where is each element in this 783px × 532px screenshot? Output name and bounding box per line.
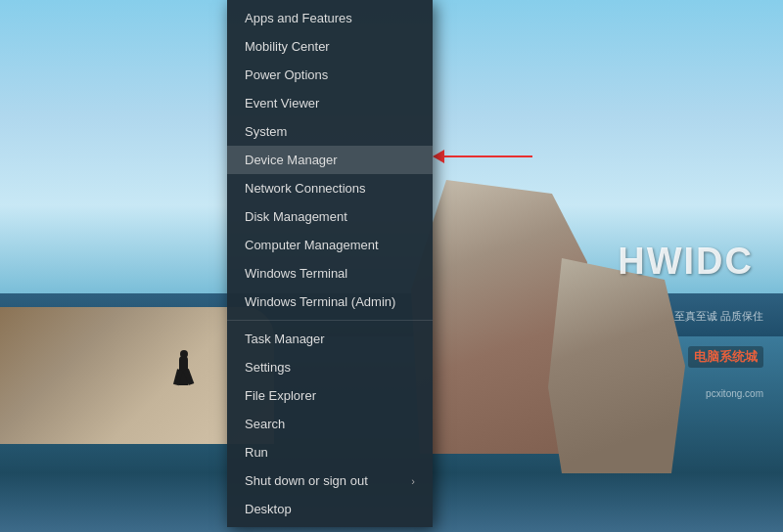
menu-item-label-run: Run: [245, 445, 415, 460]
context-menu: Apps and FeaturesMobility CenterPower Op…: [227, 0, 433, 527]
menu-item-search[interactable]: Search: [227, 410, 433, 438]
menu-item-label-file-explorer: File Explorer: [245, 388, 415, 403]
menu-item-task-manager[interactable]: Task Manager: [227, 325, 433, 353]
menu-item-label-event-viewer: Event Viewer: [245, 96, 415, 111]
menu-item-run[interactable]: Run: [227, 438, 433, 466]
menu-item-label-mobility-center: Mobility Center: [245, 39, 415, 54]
menu-item-label-desktop: Desktop: [245, 502, 415, 516]
menu-item-device-manager[interactable]: Device Manager: [227, 146, 433, 174]
menu-item-label-apps-features: Apps and Features: [245, 11, 415, 25]
menu-item-label-task-manager: Task Manager: [245, 332, 415, 346]
menu-item-file-explorer[interactable]: File Explorer: [227, 381, 433, 410]
menu-item-shut-down-sign-out[interactable]: Shut down or sign out›: [227, 466, 433, 495]
menu-item-settings[interactable]: Settings: [227, 353, 433, 381]
menu-item-label-search: Search: [245, 417, 415, 431]
menu-separator: [227, 320, 433, 321]
menu-item-network-connections[interactable]: Network Connections: [227, 174, 433, 202]
menu-item-event-viewer[interactable]: Event Viewer: [227, 89, 433, 117]
menu-item-label-settings: Settings: [245, 360, 415, 375]
menu-item-label-disk-management: Disk Management: [245, 209, 415, 224]
menu-item-label-network-connections: Network Connections: [245, 181, 415, 196]
menu-item-label-system: System: [245, 124, 415, 139]
menu-item-desktop[interactable]: Desktop: [227, 495, 433, 523]
menu-item-system[interactable]: System: [227, 117, 433, 146]
person-silhouette: [171, 327, 196, 385]
menu-item-label-computer-management: Computer Management: [245, 238, 415, 252]
submenu-arrow-shut-down-sign-out: ›: [411, 475, 415, 487]
menu-item-label-power-options: Power Options: [245, 67, 415, 82]
menu-item-label-windows-terminal: Windows Terminal: [245, 266, 415, 281]
menu-item-power-options[interactable]: Power Options: [227, 61, 433, 89]
menu-item-label-windows-terminal-admin: Windows Terminal (Admin): [245, 294, 415, 309]
menu-item-mobility-center[interactable]: Mobility Center: [227, 32, 433, 61]
menu-item-label-device-manager: Device Manager: [245, 153, 415, 167]
menu-item-windows-terminal[interactable]: Windows Terminal: [227, 259, 433, 288]
menu-item-apps-features[interactable]: Apps and Features: [227, 4, 433, 32]
cliff-secondary: [548, 258, 685, 473]
menu-item-disk-management[interactable]: Disk Management: [227, 202, 433, 231]
menu-item-label-shut-down-sign-out: Shut down or sign out: [245, 473, 403, 488]
menu-item-windows-terminal-admin[interactable]: Windows Terminal (Admin): [227, 288, 433, 316]
menu-item-computer-management[interactable]: Computer Management: [227, 231, 433, 259]
